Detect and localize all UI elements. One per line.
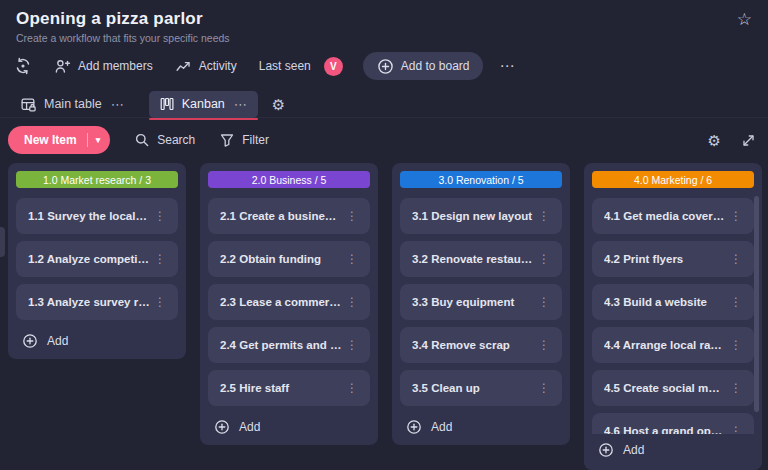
active-tab-underline (149, 118, 258, 120)
filter-funnel-icon (219, 132, 235, 148)
card-title: 3.1 Design new layout (412, 210, 534, 222)
add-card-button[interactable]: Add (400, 413, 562, 437)
column-header[interactable]: 4.0 Marketing / 6 (592, 171, 754, 188)
favorite-star-icon[interactable]: ☆ (737, 11, 752, 28)
integrate-icon[interactable] (14, 57, 32, 75)
card-menu-icon[interactable]: ⋮ (150, 207, 170, 225)
card-title: 4.1 Get media coverage (604, 210, 726, 222)
card-title: 3.4 Remove scrap (412, 339, 534, 351)
expand-icon[interactable] (741, 133, 756, 148)
card-menu-icon[interactable]: ⋮ (534, 293, 554, 311)
page-subtitle: Create a workflow that fits your specifi… (16, 32, 752, 44)
add-card-label: Add (623, 443, 644, 457)
avatar[interactable]: V (324, 57, 343, 76)
new-item-label: New Item (24, 133, 77, 147)
card-menu-icon[interactable]: ⋮ (534, 250, 554, 268)
card-title: 4.5 Create social media accoun... (604, 382, 726, 394)
collapse-panel-handle[interactable] (0, 227, 5, 257)
kanban-card[interactable]: 3.4 Remove scrap ⋮ (400, 327, 562, 363)
card-menu-icon[interactable]: ⋮ (534, 207, 554, 225)
kanban-column-business: 2.0 Business / 5 2.1 Create a business p… (200, 163, 378, 445)
card-title: 4.3 Build a website (604, 296, 726, 308)
add-members-button[interactable]: Add members (54, 58, 153, 75)
card-menu-icon[interactable]: ⋮ (342, 207, 362, 225)
chevron-down-icon[interactable]: ▾ (96, 135, 101, 145)
column-header[interactable]: 2.0 Business / 5 (208, 171, 370, 188)
kanban-card[interactable]: 1.1 Survey the local area ⋮ (16, 198, 178, 234)
card-menu-icon[interactable]: ⋮ (150, 293, 170, 311)
kanban-card[interactable]: 2.1 Create a business plan ⋮ (208, 198, 370, 234)
tab-kanban-menu-icon[interactable]: ⋯ (234, 97, 248, 112)
kanban-card[interactable]: 4.3 Build a website ⋮ (592, 284, 754, 320)
view-tabs: Main table ⋯ Kanban ⋯ ⚙ (0, 82, 768, 118)
tab-main-table[interactable]: Main table ⋯ (10, 91, 135, 118)
card-menu-icon[interactable]: ⋮ (726, 250, 746, 268)
kanban-column-market-research: 1.0 Market research / 3 1.1 Survey the l… (8, 163, 186, 359)
kanban-card[interactable]: 3.3 Buy equipment ⋮ (400, 284, 562, 320)
plus-circle-icon (377, 58, 394, 75)
card-menu-icon[interactable]: ⋮ (726, 293, 746, 311)
action-bar: New Item ▾ Search Filter ⚙ (0, 118, 768, 160)
kanban-card[interactable]: 4.2 Print flyers ⋮ (592, 241, 754, 277)
filter-button[interactable]: Filter (219, 132, 269, 148)
card-title: 3.3 Buy equipment (412, 296, 534, 308)
activity-button[interactable]: Activity (175, 58, 237, 75)
kanban-card[interactable]: 2.5 Hire staff ⋮ (208, 370, 370, 406)
add-card-label: Add (47, 334, 68, 348)
card-menu-icon[interactable]: ⋮ (342, 336, 362, 354)
card-menu-icon[interactable]: ⋮ (726, 379, 746, 397)
search-icon (134, 132, 150, 148)
table-lock-icon (20, 96, 37, 113)
kanban-card[interactable]: 2.3 Lease a commercial space ⋮ (208, 284, 370, 320)
card-title: 2.2 Obtain funding (220, 253, 342, 265)
kanban-card[interactable]: 2.4 Get permits and licenses ⋮ (208, 327, 370, 363)
new-item-button[interactable]: New Item ▾ (8, 126, 110, 154)
card-menu-icon[interactable]: ⋮ (150, 250, 170, 268)
card-title: 2.4 Get permits and licenses (220, 339, 342, 351)
add-card-button[interactable]: Add (208, 413, 370, 437)
last-seen[interactable]: Last seen V (259, 57, 343, 76)
card-title: 3.2 Renovate restaurant (412, 253, 534, 265)
column-header[interactable]: 3.0 Renovation / 5 (400, 171, 562, 188)
page-title: Opening a pizza parlor (16, 9, 752, 29)
card-menu-icon[interactable]: ⋮ (342, 379, 362, 397)
tabbar-settings-gear-icon[interactable]: ⚙ (272, 97, 285, 112)
kanban-card[interactable]: 1.2 Analyze competitors ⋮ (16, 241, 178, 277)
action-bar-right: ⚙ (708, 133, 756, 148)
kanban-card[interactable]: 3.2 Renovate restaurant ⋮ (400, 241, 562, 277)
kanban-card[interactable]: 2.2 Obtain funding ⋮ (208, 241, 370, 277)
kanban-card[interactable]: 4.1 Get media coverage ⋮ (592, 198, 754, 234)
add-card-button[interactable]: Add (16, 327, 178, 351)
kanban-card[interactable]: 1.3 Analyze survey results ⋮ (16, 284, 178, 320)
card-title: 1.3 Analyze survey results (28, 296, 150, 308)
plus-circle-icon (406, 419, 422, 435)
person-plus-icon (54, 58, 71, 75)
card-menu-icon[interactable]: ⋮ (534, 379, 554, 397)
board-settings-gear-icon[interactable]: ⚙ (708, 133, 721, 148)
card-title: 1.2 Analyze competitors (28, 253, 150, 265)
search-button[interactable]: Search (134, 132, 195, 148)
card-menu-icon[interactable]: ⋮ (342, 293, 362, 311)
column-scrollbar[interactable] (754, 196, 759, 412)
card-menu-icon[interactable]: ⋮ (534, 336, 554, 354)
card-menu-icon[interactable]: ⋮ (726, 336, 746, 354)
add-to-board-button[interactable]: Add to board (363, 52, 484, 80)
filter-label: Filter (242, 133, 269, 147)
column-header[interactable]: 1.0 Market research / 3 (16, 171, 178, 188)
kanban-card[interactable]: 4.4 Arrange local radio ads ⋮ (592, 327, 754, 363)
add-card-button[interactable]: Add (584, 434, 762, 470)
kanban-board: 1.0 Market research / 3 1.1 Survey the l… (0, 160, 768, 470)
plus-circle-icon (214, 419, 230, 435)
tab-kanban[interactable]: Kanban ⋯ (149, 91, 258, 118)
last-seen-label: Last seen (259, 59, 311, 73)
kanban-card[interactable]: 3.5 Clean up ⋮ (400, 370, 562, 406)
card-menu-icon[interactable]: ⋮ (726, 207, 746, 225)
search-label: Search (157, 133, 195, 147)
kanban-card[interactable]: 4.5 Create social media accoun... ⋮ (592, 370, 754, 406)
toolbar: Add members Activity Last seen V Add to … (0, 50, 768, 82)
card-menu-icon[interactable]: ⋮ (342, 250, 362, 268)
toolbar-more-icon[interactable]: ⋯ (499, 57, 515, 75)
kanban-card[interactable]: 3.1 Design new layout ⋮ (400, 198, 562, 234)
tab-main-table-menu-icon[interactable]: ⋯ (111, 97, 125, 112)
add-to-board-label: Add to board (401, 59, 470, 73)
